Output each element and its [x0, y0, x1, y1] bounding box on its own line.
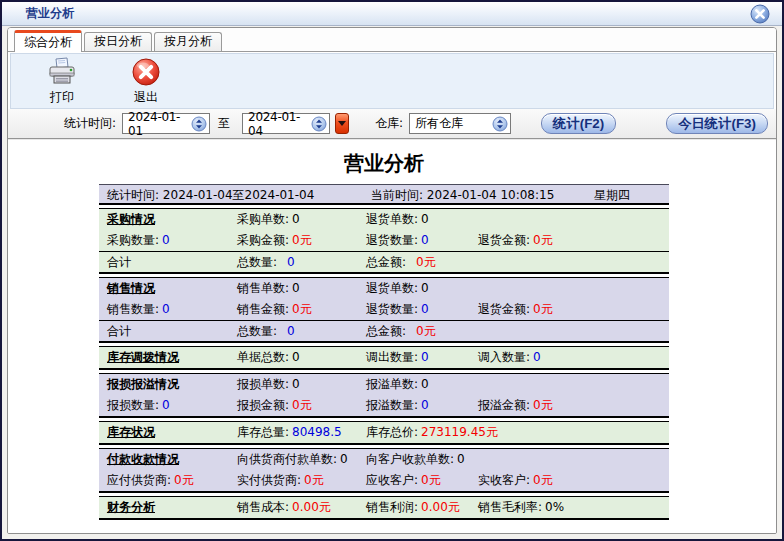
- cell-label: 实收客户:: [478, 473, 530, 487]
- cell-value: 273119.45元: [421, 425, 498, 439]
- report-cell: 退货单数:0: [366, 278, 478, 299]
- cell-label: 退货数量:: [366, 302, 418, 316]
- report-row: 库存调拨情况单据总数:0调出数量:0调入数量:0: [99, 347, 669, 368]
- report-cell: 销售成本:0.00元: [237, 497, 366, 518]
- report-cell: 报损数量:0: [107, 395, 237, 416]
- today-stat-button[interactable]: 今日统计(F3): [666, 113, 768, 134]
- date-to-input[interactable]: 2024-01-04: [242, 113, 330, 134]
- report-cell: 报溢单数:0: [366, 374, 478, 395]
- report-area: 营业分析 统计时间: 2024-01-04至2024-01-04 当前时间: 2…: [8, 150, 776, 534]
- warehouse-spinner-icon[interactable]: [492, 116, 508, 132]
- cell-value: 0: [533, 350, 541, 364]
- cell-label: 销售单数:: [237, 281, 289, 295]
- cell-value: 0: [421, 233, 429, 247]
- cell-value: 0: [162, 233, 170, 247]
- report-title: 营业分析: [99, 150, 669, 177]
- cell-label: 应付供货商:: [107, 473, 171, 487]
- report-cell: 退货数量:0: [366, 230, 478, 251]
- cell-value: 0: [457, 452, 465, 466]
- tab-monthly-analysis[interactable]: 按月分析: [154, 32, 222, 51]
- to-label: 至: [218, 115, 230, 132]
- cell-label: 库存总量:: [237, 425, 289, 439]
- report-header-row: 统计时间: 2024-01-04至2024-01-04 当前时间: 2024-0…: [99, 184, 669, 205]
- cell-label: 总金额:: [366, 324, 406, 338]
- report-cell: 单据总数:0: [237, 347, 366, 368]
- report-cell: 库存总量:80498.5: [237, 422, 366, 443]
- report-row: 财务分析销售成本:0.00元销售利润:0.00元销售毛利率:0%: [99, 497, 669, 518]
- report-cell: 退货单数:0: [366, 209, 478, 230]
- cell-label: 调入数量:: [478, 350, 530, 364]
- cell-value: 0: [421, 281, 429, 295]
- cell-value: 0: [287, 324, 295, 338]
- cell-value: 0: [292, 212, 300, 226]
- report-row: 销售情况销售单数:0退货单数:0: [99, 278, 669, 299]
- report-row: 报损报溢情况报损单数:0报溢单数:0: [99, 374, 669, 395]
- report-section: 采购情况采购单数:0退货单数:0采购数量:0采购金额:0元退货数量:0退货金额:…: [99, 208, 669, 274]
- cell-label: 采购金额:: [237, 233, 289, 247]
- report-weekday: 星期四: [594, 185, 669, 203]
- report-section: 财务分析销售成本:0.00元销售利润:0.00元销售毛利率:0%: [99, 496, 669, 520]
- cell-label: 报溢数量:: [366, 398, 418, 412]
- section-heading: 付款收款情况: [107, 449, 237, 470]
- tab-bar: 综合分析 按日分析 按月分析: [8, 28, 776, 52]
- main-panel: 综合分析 按日分析 按月分析 打印: [7, 27, 777, 534]
- report-cell: 合计: [107, 321, 237, 341]
- dropdown-arrow-icon: [338, 121, 346, 126]
- report-cell: 退货金额:0元: [478, 230, 669, 251]
- cell-value: 80498.5: [292, 425, 342, 439]
- cell-label: 销售数量:: [107, 302, 159, 316]
- report-cell: 销售利润:0.00元: [366, 497, 478, 518]
- report-row: 应付供货商:0元实付供货商:0元应收客户:0元实收客户:0元: [99, 470, 669, 491]
- report-cell: 报损金额:0元: [237, 395, 366, 416]
- cell-label: 库存总价:: [366, 425, 418, 439]
- filter-bar: 统计时间: 2024-01-01 至 2024-01-04: [8, 109, 776, 140]
- date-dropdown-button[interactable]: [335, 113, 349, 134]
- cell-label: 报溢单数:: [366, 377, 418, 391]
- cell-label: 向客户收款单数:: [366, 452, 454, 466]
- date-to-spinner-icon[interactable]: [311, 116, 327, 132]
- cell-label: 销售金额:: [237, 302, 289, 316]
- print-button[interactable]: 打印: [33, 56, 91, 106]
- date-from-input[interactable]: 2024-01-01: [122, 113, 210, 134]
- report-cell: 合计: [107, 252, 237, 272]
- exit-button[interactable]: 退出: [117, 56, 175, 106]
- cell-label: 总数量:: [237, 324, 277, 338]
- cell-label: 单据总数:: [237, 350, 289, 364]
- warehouse-value: 所有仓库: [415, 115, 492, 132]
- section-heading: 库存状况: [107, 422, 237, 443]
- printer-icon: [46, 56, 78, 88]
- cell-label: 调出数量:: [366, 350, 418, 364]
- cell-label: 销售利润:: [366, 500, 418, 514]
- tab-comprehensive-analysis[interactable]: 综合分析: [14, 30, 82, 52]
- exit-button-label: 退出: [134, 89, 158, 106]
- report-cell: 退货金额:0元: [478, 299, 669, 320]
- cell-value: 0元: [533, 398, 553, 412]
- cell-label: 报溢金额:: [478, 398, 530, 412]
- cell-label: 向供货商付款单数:: [237, 452, 337, 466]
- cell-value: 0元: [304, 473, 324, 487]
- report-cell: 库存总价:273119.45元: [366, 422, 478, 443]
- stat-button[interactable]: 统计(F2): [541, 113, 616, 134]
- warehouse-select[interactable]: 所有仓库: [409, 113, 511, 134]
- date-from-spinner-icon[interactable]: [191, 116, 207, 132]
- cell-value: 0: [292, 350, 300, 364]
- close-button[interactable]: [750, 4, 770, 24]
- warehouse-label: 仓库:: [375, 115, 403, 132]
- report-cell: 实收客户:0元: [478, 470, 669, 491]
- report-cell: 采购单数:0: [237, 209, 366, 230]
- cell-label: 报损数量:: [107, 398, 159, 412]
- tab-daily-analysis[interactable]: 按日分析: [84, 32, 152, 51]
- report-section: 销售情况销售单数:0退货单数:0销售数量:0销售金额:0元退货数量:0退货金额:…: [99, 277, 669, 343]
- section-heading: 采购情况: [107, 209, 237, 230]
- app-window: 营业分析 综合分析 按日分析 按月分析: [0, 0, 784, 541]
- report-cell: 销售单数:0: [237, 278, 366, 299]
- report-row: 采购数量:0采购金额:0元退货数量:0退货金额:0元: [99, 230, 669, 251]
- section-heading: 销售情况: [107, 278, 237, 299]
- cell-label: 退货数量:: [366, 233, 418, 247]
- cell-value: 0: [421, 350, 429, 364]
- cell-value: 0: [421, 398, 429, 412]
- cell-label: 销售毛利率:: [478, 500, 542, 514]
- cell-value: 0元: [416, 255, 436, 269]
- cell-value: 0: [340, 452, 348, 466]
- section-heading: 库存调拨情况: [107, 347, 237, 368]
